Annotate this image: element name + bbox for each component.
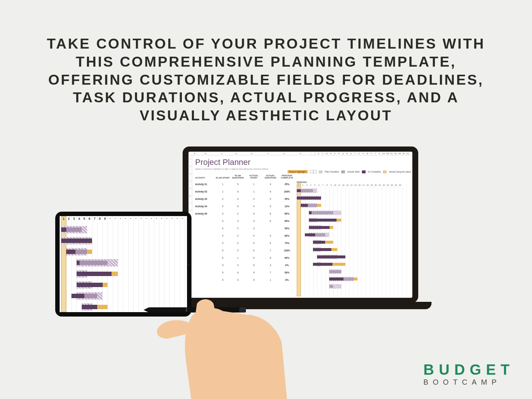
- sheet-title: Project Planner: [195, 158, 410, 167]
- col-plan-duration: PLAN DURATION: [230, 174, 246, 179]
- col-actual-duration: ACTUAL DURATION: [262, 174, 279, 179]
- col-percent-complete: PERCENT COMPLETE: [279, 174, 295, 179]
- svg-rect-2: [239, 307, 246, 313]
- legend-label-plan: Plan Duration: [325, 170, 339, 173]
- marketing-headline: TAKE CONTROL OF YOUR PROJECT TIMELINES W…: [37, 35, 495, 125]
- legend-swatch-plan: [319, 170, 323, 173]
- spreadsheet-column-letters: ABCDEFGHIJKLMNOPQRSTUVWXYZAAABACADAEAFAG: [189, 152, 412, 155]
- gantt-period-numbers: 1234567891011121314151617181920212223242…: [297, 184, 402, 186]
- laptop-screen: ABCDEFGHIJKLMNOPQRSTUVWXYZAAABACADAEAFAG…: [189, 152, 412, 298]
- col-actual-start: ACTUAL START: [246, 174, 262, 179]
- legend-swatch-beyond: [383, 170, 387, 173]
- hand-icon: [157, 299, 287, 399]
- spreadsheet-body: Project Planner Select a period to highl…: [192, 155, 412, 298]
- legend-swatch-pct: [362, 170, 366, 173]
- legend-swatch-actual: [341, 170, 345, 173]
- period-highlight-value[interactable]: 1: [310, 170, 317, 173]
- tablet-period-numbers: 123456789••••••••••••••••: [61, 217, 187, 220]
- period-highlight-label: Period Highlight:: [288, 170, 308, 173]
- logo-line1: BUDGET: [423, 362, 514, 377]
- logo-line2: BOOTCAMP: [423, 378, 514, 386]
- laptop-device: ABCDEFGHIJKLMNOPQRSTUVWXYZAAABACADAEAFAG…: [183, 146, 418, 303]
- svg-marker-1: [144, 307, 149, 313]
- legend-label-pct: % Complete: [368, 170, 381, 173]
- legend-label-actual: Actual Start: [347, 170, 360, 173]
- hand-illustration: [136, 291, 313, 399]
- col-activity: ACTIVITY: [195, 177, 215, 179]
- svg-rect-0: [147, 307, 243, 313]
- legend-label-beyond: Actual (beyond plan): [389, 170, 411, 173]
- legend-row: Period Highlight: 1 Plan Duration Actual…: [288, 170, 411, 173]
- gantt-chart: [297, 187, 410, 296]
- stylus-icon: [144, 307, 246, 313]
- col-plan-start: PLAN START: [215, 177, 230, 179]
- brand-logo: BUDGET BOOTCAMP: [423, 362, 514, 386]
- svg-rect-3: [186, 308, 187, 312]
